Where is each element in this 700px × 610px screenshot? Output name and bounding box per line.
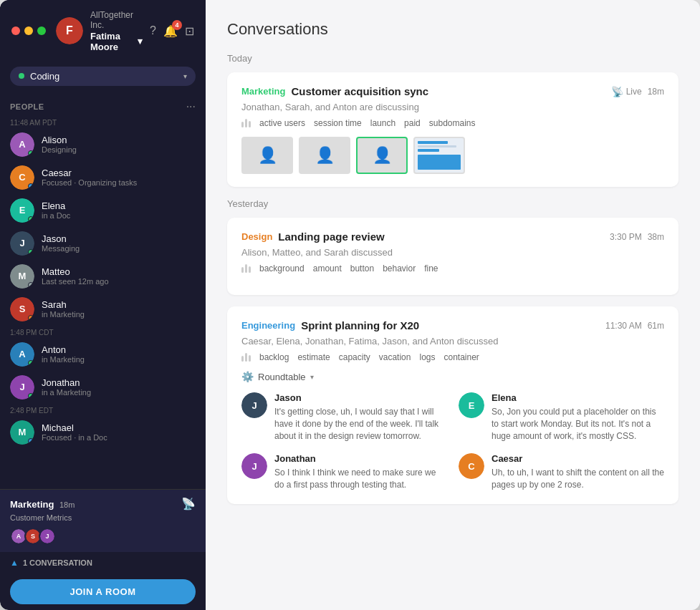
quote-text: So I think I think we need to make sure … [274,467,447,491]
live-icon: 📡 [181,497,196,510]
list-item[interactable]: A Alison Designing [0,128,206,161]
status-label: Coding [30,71,59,82]
person-avatar-jonathan: J [10,375,34,400]
keyword-4: paid [404,118,421,128]
person-name: Jonathan [42,377,196,388]
conversation-subject: Customer acquisition sync [291,85,428,97]
traffic-lights [11,26,46,35]
list-item[interactable]: S Sarah in Marketing [0,293,206,326]
status-indicator [19,73,24,79]
header-icons: ? 🔔 4 ⊡ [150,24,194,38]
conversation-bar[interactable]: ▲ 1 CONVERSATION [0,552,206,573]
thumbnail-1[interactable]: 👤 [241,137,293,174]
live-badge: 📡 Live [611,86,642,97]
marketing-subtitle: Customer Metrics [10,513,196,522]
quote-name: Jason [274,392,447,403]
conversation-card-marketing[interactable]: Marketing Customer acquisition sync 📡 Li… [227,72,679,187]
conversation-duration: 38m [648,232,664,242]
list-item[interactable]: M Michael Focused · in a Doc [0,416,206,449]
person-avatar-matteo: M [10,264,34,289]
person-name: Matteo [42,266,196,277]
person-name: Anton [42,344,196,355]
person-avatar-jason: J [10,231,34,256]
list-item[interactable]: C Caesar Focused · Organizing tasks [0,161,206,194]
list-item[interactable]: E Elena in a Doc [0,194,206,227]
roundtable-label: Roundtable [258,372,306,382]
status-dot-caesar [28,183,34,189]
list-item[interactable]: J Jason Messaging [0,227,206,260]
list-item[interactable]: J Jonathan in a Marketing [0,371,206,404]
status-dot-matteo [28,282,34,288]
keyword-2: amount [313,263,342,273]
quote-avatar-caesar: C [459,453,484,479]
person-avatar-michael: M [10,420,34,445]
quote-name: Caesar [492,453,664,464]
marketing-panel: Marketing 18m 📡 Customer Metrics A S J [0,489,206,552]
help-icon[interactable]: ? [150,24,156,37]
tag-marketing: Marketing [241,86,285,97]
people-section: PEOPLE ··· 11:48 AM PDT A Alison Designi… [0,93,206,489]
person-avatar-caesar: C [10,165,34,190]
time-group-label-3: 2:48 PM EDT [0,404,206,416]
notification-icon[interactable]: 🔔 4 [163,24,178,38]
quote-avatar-jonathan: J [241,453,267,479]
thumbnail-screen[interactable] [413,137,465,174]
tag-design: Design [241,231,272,242]
time-group-label-1: 11:48 AM PDT [0,116,206,128]
people-more-button[interactable]: ··· [186,100,196,113]
person-status: in a Doc [42,211,196,220]
notification-badge: 4 [172,20,182,30]
person-avatar-anton: A [10,342,34,367]
quote-name: Elena [492,392,664,403]
list-item[interactable]: M Matteo Last seen 12m ago [0,260,206,293]
thumbnail-3-selected[interactable]: 👤 [356,137,408,174]
keyword-1: backlog [259,352,289,362]
conversation-card-engineering[interactable]: Engineering Sprint planning for X20 11:3… [227,306,679,504]
keyword-5: fine [424,263,438,273]
conversation-time: 3:30 PM [610,232,642,242]
quote-item-elena: E Elena So, Jon you could put a placehol… [459,392,664,442]
conversation-keywords: active users session time launch paid su… [241,118,664,128]
roundtable-header[interactable]: ⚙️ Roundtable ▾ [241,371,664,382]
keyword-1: active users [259,118,305,128]
person-avatar-sarah: S [10,297,34,321]
quote-item-jonathan: J Jonathan So I think I think we need to… [241,453,447,491]
person-name: Sarah [42,299,196,310]
thumbnail-2[interactable]: 👤 [299,137,350,174]
keyword-3: launch [370,118,395,128]
traffic-light-minimize[interactable] [24,26,33,35]
person-name: Alison [42,135,196,145]
company-name: AllTogether Inc. [90,10,143,31]
conversation-keywords: backlog estimate capacity vacation logs … [241,352,664,362]
keyword-2: session time [314,118,362,128]
quote-item-jason: J Jason It's getting close, uh, I would … [241,392,447,442]
roundtable-icon: ⚙️ [241,371,254,382]
list-item[interactable]: A Anton in Marketing [0,338,206,371]
person-status: Last seen 12m ago [42,277,196,286]
conversation-participants: Alison, Matteo, and Sarah discussed [241,247,664,258]
user-avatar-inner: F [56,17,83,44]
sidebar-header: F AllTogether Inc. Fatima Moore ▾ ? 🔔 4 … [0,0,206,62]
person-status: in a Marketing [42,388,196,397]
join-room-button[interactable]: JOIN A ROOM [10,579,196,604]
compose-icon[interactable]: ⊡ [185,24,194,38]
keyword-2: estimate [297,352,330,362]
conversation-participants: Caesar, Elena, Jonathan, Fatima, Jason, … [241,336,664,347]
conversation-card-design[interactable]: Design Landing page review 3:30 PM 38m A… [227,218,679,295]
status-dot-jonathan [28,393,34,399]
status-pill[interactable]: Coding ▾ [10,67,196,86]
conversation-count-label: 1 CONVERSATION [23,558,92,567]
people-label: PEOPLE [10,102,44,111]
conversation-time: 11:30 AM [605,321,642,331]
traffic-light-fullscreen[interactable] [37,26,46,35]
status-dot-jason [28,249,34,255]
live-icon: 📡 [611,86,623,97]
chevron-down-icon: ▾ [310,373,314,381]
quote-avatar-jason: J [241,392,267,418]
traffic-light-close[interactable] [11,26,20,35]
quote-item-caesar: C Caesar Uh, to uh, I want to shift the … [459,453,664,491]
status-bar: Coding ▾ [0,62,206,93]
conversation-subject: Sprint planning for X20 [301,319,419,331]
conversation-thumbnails: 👤 👤 👤 [241,137,664,174]
person-name: Elena [42,200,196,211]
